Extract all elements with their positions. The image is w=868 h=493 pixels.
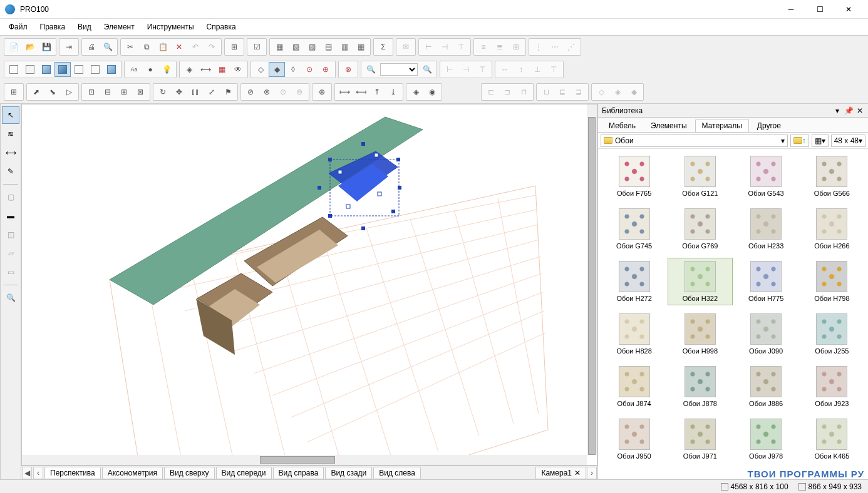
view-shaded-icon[interactable] bbox=[38, 62, 54, 77]
maximize-button[interactable]: ☐ bbox=[805, 0, 834, 19]
viewport-3d[interactable] bbox=[21, 104, 597, 465]
report-4-icon[interactable]: ▤ bbox=[320, 39, 336, 54]
lib-tab-elements[interactable]: Элементы bbox=[644, 119, 694, 132]
menu-edit[interactable]: Правка bbox=[35, 21, 71, 33]
lib-tab-materials[interactable]: Материалы bbox=[695, 119, 749, 132]
close-tab-icon[interactable]: ✕ bbox=[574, 469, 581, 477]
sphere-icon[interactable]: ● bbox=[142, 62, 158, 77]
menu-file[interactable]: Файл bbox=[4, 21, 33, 33]
properties-icon[interactable]: ⊞ bbox=[226, 39, 242, 54]
view-wireframe-icon[interactable] bbox=[6, 62, 22, 77]
material-item[interactable]: Обои J255 bbox=[800, 310, 864, 358]
menu-help[interactable]: Справка bbox=[202, 21, 241, 33]
view-5-icon[interactable] bbox=[71, 62, 87, 77]
search-tool[interactable]: 🔍 bbox=[2, 289, 19, 307]
material-item[interactable]: Обои H798 bbox=[800, 258, 864, 305]
view-7-icon[interactable] bbox=[103, 62, 120, 77]
selector-3-icon[interactable]: ▷ bbox=[61, 84, 77, 99]
report-2-icon[interactable]: ▧ bbox=[287, 39, 304, 54]
thumbnail-size-select[interactable]: 48 x 48 ▾ bbox=[831, 135, 865, 147]
delete-icon[interactable]: ✕ bbox=[171, 39, 187, 54]
close-button[interactable]: ✕ bbox=[834, 0, 863, 19]
flag-icon[interactable]: ⚑ bbox=[220, 84, 236, 99]
grid-snap-icon[interactable]: ⊞ bbox=[6, 84, 22, 99]
print-icon[interactable]: 🖨 bbox=[83, 39, 100, 54]
tab-back[interactable]: Вид сзади bbox=[325, 467, 372, 479]
paste-icon[interactable]: 📋 bbox=[155, 39, 171, 54]
target-icon[interactable]: ⊕ bbox=[318, 62, 334, 77]
material-item[interactable]: Обои H775 bbox=[734, 258, 798, 305]
lib-tab-furniture[interactable]: Мебель bbox=[602, 119, 643, 132]
new-file-icon[interactable]: 📄 bbox=[6, 39, 22, 54]
dim-2-icon[interactable]: ⟻ bbox=[353, 84, 369, 99]
print-preview-icon[interactable]: 🔍 bbox=[100, 39, 116, 54]
group-1-icon[interactable]: ⊡ bbox=[83, 84, 100, 99]
material-item[interactable]: Обои G769 bbox=[668, 205, 732, 253]
label-icon[interactable]: Aa bbox=[126, 62, 142, 77]
material-item[interactable]: Обои G745 bbox=[602, 205, 666, 253]
visibility-icon[interactable]: 👁 bbox=[230, 62, 246, 77]
material-item[interactable]: Обои H272 bbox=[602, 258, 666, 305]
open-file-icon[interactable]: 📂 bbox=[22, 39, 38, 54]
tab-front[interactable]: Вид спереди bbox=[216, 467, 272, 479]
dim-1-icon[interactable]: ⟼ bbox=[336, 84, 353, 99]
view-mode-button[interactable]: ▦▾ bbox=[812, 135, 829, 147]
tool-b-icon[interactable]: ◉ bbox=[424, 84, 440, 99]
report-3-icon[interactable]: ▨ bbox=[304, 39, 320, 54]
import-icon[interactable]: ⇥ bbox=[61, 39, 77, 54]
material-item[interactable]: Обои G566 bbox=[800, 153, 864, 200]
material-item[interactable]: Обои J971 bbox=[668, 415, 732, 463]
tab-nav-prev[interactable]: ‹ bbox=[33, 467, 43, 479]
report-6-icon[interactable]: ▦ bbox=[353, 39, 369, 54]
material-item[interactable]: Обои H266 bbox=[800, 205, 864, 253]
material-item[interactable]: Обои H233 bbox=[734, 205, 798, 253]
folder-up-button[interactable]: ↑ bbox=[790, 135, 809, 147]
center-icon[interactable]: ⊗ bbox=[340, 62, 356, 77]
tab-perspective[interactable]: Перспектива bbox=[44, 467, 101, 479]
menu-tools[interactable]: Инструменты bbox=[142, 21, 199, 33]
material-item[interactable]: Обои J886 bbox=[734, 363, 798, 410]
layers-icon[interactable]: ◈ bbox=[181, 62, 197, 77]
material-item[interactable]: Обои J978 bbox=[734, 415, 798, 463]
panel-tool[interactable]: ▬ bbox=[2, 207, 19, 225]
pin-icon[interactable]: 📌 bbox=[844, 106, 853, 115]
tab-left[interactable]: Вид слева bbox=[373, 467, 421, 479]
measure-tool[interactable]: ≋ bbox=[2, 125, 19, 143]
material-item[interactable]: Обои G543 bbox=[734, 153, 798, 200]
report-1-icon[interactable]: ▦ bbox=[271, 39, 287, 54]
close-panel-icon[interactable]: ✕ bbox=[855, 106, 864, 115]
folder-select[interactable]: Обои ▾ bbox=[601, 135, 788, 147]
view-textured-icon[interactable] bbox=[54, 62, 71, 77]
constraint-icon[interactable]: ⊕ bbox=[314, 84, 330, 99]
view-hidden-icon[interactable] bbox=[22, 62, 38, 77]
material-item[interactable]: Обои J878 bbox=[668, 363, 732, 410]
material-item[interactable]: Обои J874 bbox=[602, 363, 666, 410]
tab-nav-first[interactable]: ◀ bbox=[22, 467, 32, 479]
camera-tab[interactable]: Камера1✕ bbox=[535, 467, 586, 479]
mirror-icon[interactable]: ⫿⫿ bbox=[187, 84, 204, 99]
horizontal-scrollbar[interactable] bbox=[22, 455, 587, 465]
grid-icon[interactable]: ▦ bbox=[214, 62, 230, 77]
scale-icon[interactable]: ⤢ bbox=[204, 84, 220, 99]
dimension-tool[interactable]: ⟷ bbox=[2, 144, 19, 161]
tab-nav-next[interactable]: › bbox=[587, 467, 597, 479]
minimize-button[interactable]: ─ bbox=[777, 0, 805, 19]
tab-axonometry[interactable]: Аксонометрия bbox=[102, 467, 163, 479]
snap-3-icon[interactable]: ◊ bbox=[285, 62, 301, 77]
material-item[interactable]: Обои J923 bbox=[800, 363, 864, 410]
menu-view[interactable]: Вид bbox=[73, 21, 96, 33]
sum-icon[interactable]: Σ bbox=[375, 39, 391, 54]
material-item[interactable]: Обои J950 bbox=[602, 415, 666, 463]
material-item[interactable]: Обои F765 bbox=[602, 153, 666, 200]
dimension-icon[interactable]: ⟷ bbox=[197, 62, 214, 77]
check-icon[interactable]: ☑ bbox=[249, 39, 265, 54]
tab-top[interactable]: Вид сверху bbox=[164, 467, 215, 479]
material-item[interactable]: Обои H998 bbox=[668, 310, 732, 358]
rotate-icon[interactable]: ↻ bbox=[155, 84, 171, 99]
vertical-scrollbar[interactable] bbox=[587, 104, 597, 455]
save-icon[interactable]: 💾 bbox=[38, 39, 54, 54]
tool-a-icon[interactable]: ◈ bbox=[408, 84, 424, 99]
group-2-icon[interactable]: ⊟ bbox=[100, 84, 116, 99]
move-icon[interactable]: ✥ bbox=[171, 84, 187, 99]
dropdown-icon[interactable]: ▾ bbox=[833, 106, 842, 115]
